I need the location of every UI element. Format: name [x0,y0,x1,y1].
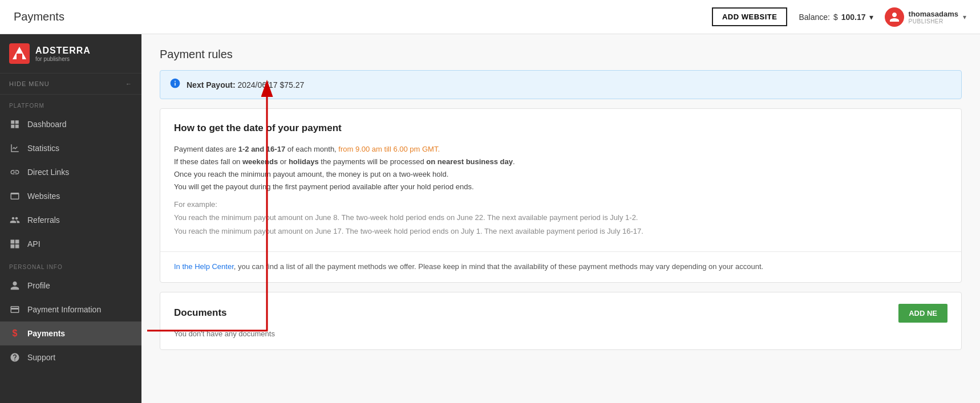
websites-icon [9,190,21,202]
info-icon [169,78,181,92]
sidebar-item-label: Support [27,353,55,362]
personal-info-label: PERSONAL INFO [0,256,141,274]
help-post: Please keep in mind that the availabilit… [418,262,763,271]
referrals-icon [9,214,21,226]
user-role: PUBLISHER [909,18,958,25]
example1: You reach the minimum payout amount on J… [174,211,947,224]
sidebar-item-payment-information[interactable]: Payment Information [0,298,141,321]
sidebar-item-label: API [27,239,41,249]
logo-text: ADSTERRA for publishers [35,46,91,62]
line1-orange: from 9.00 am till 6.00 pm GMT. [338,145,440,153]
profile-icon [9,280,21,291]
next-payout-banner: Next Payout: 2024/06/17 $75.27 [160,70,962,99]
user-dropdown-arrow[interactable]: ▾ [963,13,966,21]
payment-rules-heading: Payment rules [160,48,962,61]
sidebar-item-direct-links[interactable]: Direct Links [0,160,141,184]
user-avatar [885,7,904,27]
sidebar-item-profile[interactable]: Profile [0,274,141,298]
user-section[interactable]: thomasadams PUBLISHER ▾ [885,7,966,27]
statistics-icon [9,143,21,154]
svg-rect-2 [17,54,22,59]
documents-title: Documents [174,307,227,319]
line2-or: or [278,157,289,166]
hide-menu-arrow[interactable]: ← [125,80,132,87]
line2-pre: If these dates fall on [174,157,242,166]
sidebar-item-label: Dashboard [27,120,67,129]
payments-icon: $ [9,328,21,339]
balance-amount: 100.17 [841,13,866,22]
sidebar-item-label: Profile [27,281,50,290]
logo-section: ADSTERRA for publishers [0,34,141,74]
balance-dropdown-arrow[interactable]: ▾ [869,13,873,22]
next-payout-value: 2024/06/17 $75.27 [237,80,304,89]
line1-mid: of each month, [285,145,338,153]
example-section: For example: You reach the minimum payou… [174,200,947,238]
sidebar-item-referrals[interactable]: Referrals [0,208,141,232]
payment-dates-paragraph: Payment dates are 1-2 and 16-17 of each … [174,143,947,193]
line2-end: . [513,157,515,166]
layout: ADSTERRA for publishers HIDE MENU ← PLAT… [0,34,980,403]
help-center-section: In the Help Center, you can find a list … [160,252,961,282]
sidebar-item-api[interactable]: API [0,232,141,256]
add-new-document-button[interactable]: ADD NE [898,304,947,323]
top-header: Payments ADD WEBSITE Balance: $ 100.17 ▾… [0,0,980,34]
line2-bold-business: on nearest business day [426,157,513,166]
sidebar-item-websites[interactable]: Websites [0,184,141,208]
sidebar-item-label: Websites [27,192,60,201]
line4: You will get the payout during the first… [174,182,474,191]
line2-post: the payments will be processed [319,157,427,166]
hide-menu-bar[interactable]: HIDE MENU ← [0,74,141,95]
line2-bold-weekends: weekends [242,157,278,166]
dashboard-icon [9,119,21,130]
payment-information-icon [9,304,21,315]
support-icon [9,352,21,363]
svg-rect-6 [15,245,19,249]
sidebar-item-statistics[interactable]: Statistics [0,136,141,160]
documents-header: Documents ADD NE [160,292,961,327]
header-right: ADD WEBSITE Balance: $ 100.17 ▾ thomasad… [712,7,966,27]
help-mid: , you can find a list of all the payment… [234,262,419,271]
hide-menu-label: HIDE MENU [9,80,50,87]
payment-rules-body: How to get the date of your payment Paym… [160,109,961,251]
logo-sub: for publishers [35,56,91,62]
sidebar-item-label: Payments [27,329,65,338]
svg-rect-3 [11,240,15,244]
balance-label: Balance: [799,13,829,22]
line3: Once you reach the minimum payout amount… [174,170,448,178]
main-content: Payment rules Next Payout: 2024/06/17 $7… [141,34,980,403]
payment-rules-card: How to get the date of your payment Paym… [160,108,962,283]
line1-bold: 1-2 and 16-17 [238,145,285,153]
sidebar-item-label: Direct Links [27,168,69,177]
help-center-link[interactable]: In the Help Center [174,262,234,271]
add-website-button[interactable]: ADD WEBSITE [712,7,788,26]
line2-bold-holidays: holidays [289,157,319,166]
example-label: For example: [174,200,947,209]
balance-currency: $ [833,13,838,22]
platform-label: PLATFORM [0,95,141,112]
sidebar-item-label: Statistics [27,144,59,153]
documents-card: Documents ADD NE You don't have any docu… [160,292,962,350]
logo-name: ADSTERRA [35,46,91,56]
sidebar-item-label: Payment Information [27,305,101,314]
sidebar-item-payments[interactable]: $ Payments [0,321,141,345]
sidebar-item-support[interactable]: Support [0,345,141,369]
sidebar: ADSTERRA for publishers HIDE MENU ← PLAT… [0,34,141,403]
api-icon [9,238,21,250]
page-title: Payments [14,10,64,23]
svg-rect-5 [11,245,15,249]
sidebar-item-label: Referrals [27,215,60,225]
user-name: thomasadams [909,10,958,18]
next-payout-text: Next Payout: 2024/06/17 $75.27 [187,80,304,89]
svg-rect-4 [15,240,19,244]
user-info: thomasadams PUBLISHER [909,10,958,25]
balance-section: Balance: $ 100.17 ▾ [799,13,873,22]
example2: You reach the minimum payout amount on J… [174,225,947,238]
direct-links-icon [9,166,21,178]
line1-pre: Payment dates are [174,145,238,153]
payment-rules-title: How to get the date of your payment [174,123,947,134]
next-payout-label: Next Payout: [187,80,236,89]
documents-empty-text: You don't have any documents [160,327,961,349]
sidebar-item-dashboard[interactable]: Dashboard [0,112,141,136]
